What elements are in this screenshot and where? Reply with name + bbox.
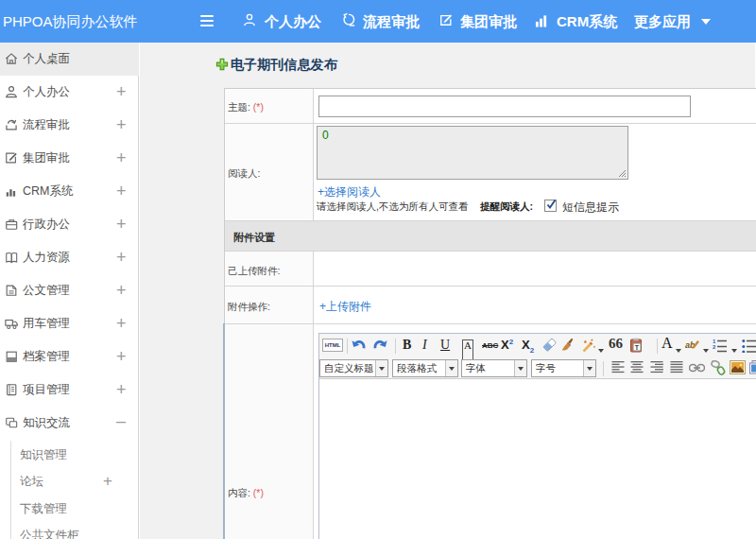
- svg-text:T: T: [635, 344, 640, 351]
- svg-text:2: 2: [713, 344, 716, 350]
- svg-text:ab: ab: [685, 340, 696, 350]
